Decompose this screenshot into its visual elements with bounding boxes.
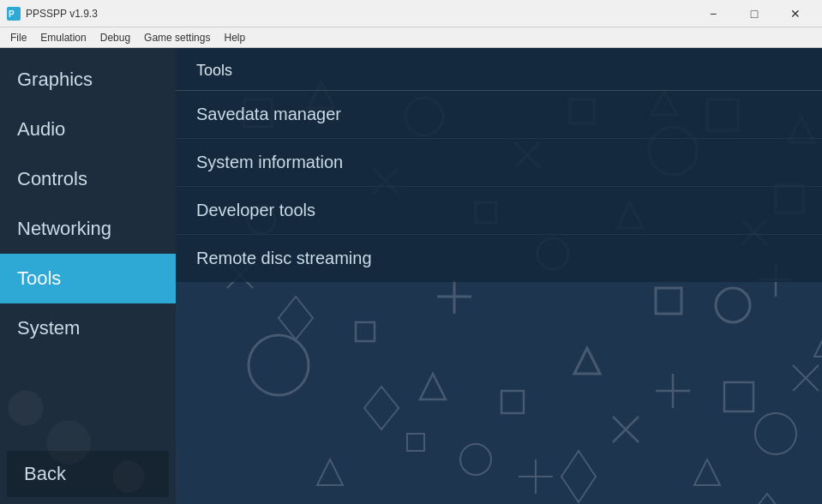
svg-marker-43 [364,387,399,429]
menu-emulation[interactable]: Emulation [33,30,93,45]
sidebar-item-graphics[interactable]: Graphics [0,55,176,105]
main-area: Graphics Audio Controls Networking Tools… [0,48,822,504]
svg-rect-12 [656,288,681,314]
sidebar-item-controls[interactable]: Controls [0,154,176,204]
close-button[interactable]: ✕ [776,0,815,27]
svg-rect-16 [724,382,753,411]
maximize-button[interactable]: □ [735,0,774,27]
menu-debug[interactable]: Debug [93,30,137,45]
svg-marker-42 [561,451,596,502]
menubar: File Emulation Debug Game settings Help [0,27,822,48]
titlebar-controls: − □ ✕ [693,0,815,27]
svg-marker-22 [317,459,343,485]
content-area: Tools Savedata manager System informatio… [176,48,822,504]
content-list: Savedata manager System information Deve… [176,91,822,282]
tools-remote-disc-streaming[interactable]: Remote disc streaming [176,235,822,282]
svg-rect-15 [501,391,524,413]
sidebar-item-audio[interactable]: Audio [0,105,176,154]
titlebar-left: P PPSSPP v1.9.3 [7,7,98,21]
titlebar: P PPSSPP v1.9.3 − □ ✕ [0,0,822,27]
svg-marker-39 [814,331,822,357]
app-title: PPSSPP v1.9.3 [26,8,98,20]
sidebar-item-tools[interactable]: Tools [0,254,176,303]
svg-point-40 [460,444,491,475]
svg-marker-21 [574,348,600,374]
sidebar: Graphics Audio Controls Networking Tools… [0,48,176,504]
tools-savedata-manager[interactable]: Savedata manager [176,91,822,139]
menu-gamesettings[interactable]: Game settings [137,30,217,45]
svg-marker-23 [694,459,720,485]
sidebar-nav: Graphics Audio Controls Networking Tools… [0,48,176,444]
back-button[interactable]: Back [7,451,169,497]
menu-help[interactable]: Help [217,30,252,45]
content-panel: Tools Savedata manager System informatio… [176,48,822,282]
tools-developer-tools[interactable]: Developer tools [176,187,822,235]
menu-file[interactable]: File [3,30,33,45]
svg-rect-38 [407,434,424,451]
minimize-button[interactable]: − [693,0,733,27]
svg-point-4 [716,288,750,322]
svg-marker-20 [420,374,446,399]
svg-rect-13 [356,322,375,341]
svg-point-7 [755,413,796,454]
svg-text:P: P [9,9,15,19]
sidebar-item-networking[interactable]: Networking [0,204,176,254]
content-title: Tools [176,48,822,91]
tools-system-information[interactable]: System information [176,139,822,187]
svg-marker-44 [750,494,784,504]
sidebar-item-system[interactable]: System [0,303,176,353]
svg-marker-45 [279,297,313,339]
svg-point-6 [249,335,309,395]
app-icon: P [7,7,21,21]
